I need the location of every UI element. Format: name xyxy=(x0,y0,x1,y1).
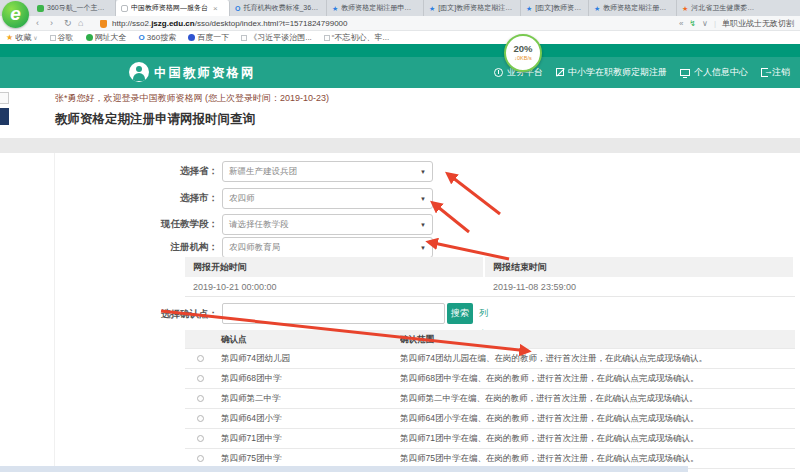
url-suffix: /sso/desktop/index.html?t=1571824799000 xyxy=(195,19,348,28)
bookmark-book2[interactable]: “不忘初心、牢... xyxy=(324,32,389,43)
chevron-down-icon[interactable]: ∨ xyxy=(702,19,708,28)
confirm-point-radio[interactable] xyxy=(197,355,204,362)
clock-icon xyxy=(494,68,503,77)
search-button[interactable]: 搜索 xyxy=(447,303,473,324)
end-time-value: 2019-11-08 23:59:00 xyxy=(485,277,795,297)
bookmark-book1[interactable]: 《习近平谈治国... xyxy=(241,32,312,43)
confirm-point-input[interactable] xyxy=(222,303,445,324)
extension-text[interactable]: 单职业战士无敌切割 xyxy=(722,18,794,29)
back-icon[interactable]: ‹ xyxy=(36,17,39,30)
bookmark-label: 收藏 xyxy=(15,32,31,43)
agency-value: 农四师教育局 xyxy=(229,242,280,254)
nav-label: 注销 xyxy=(772,66,790,79)
city-label: 选择市： xyxy=(0,192,218,205)
agency-select[interactable]: 农四师教育局 ▼ xyxy=(222,237,433,258)
bookmark-favorites[interactable]: ★ 收藏 ∨ xyxy=(6,32,38,43)
flame-icon: ★ xyxy=(682,5,688,12)
bookmark-label: “不忘初心、牢... xyxy=(332,32,389,43)
logout-icon xyxy=(761,68,768,77)
nav-teacher-register[interactable]: 中小学在职教师定期注册 xyxy=(556,66,667,79)
page-icon xyxy=(241,35,247,41)
tab-label: 教师资格定期注册申请缴... xyxy=(341,3,418,13)
point-cell: 第四师64团小学 xyxy=(215,409,400,428)
tab-register-steps[interactable]: ★ [图文]教师资格定期注册步... xyxy=(424,0,521,16)
edit-icon xyxy=(556,68,564,76)
confirm-point-radio[interactable] xyxy=(197,435,204,442)
nav-label: 中小学在职教师定期注册 xyxy=(568,66,667,79)
province-select[interactable]: 新疆生产建设兵团 ▼ xyxy=(222,161,433,182)
city-value: 农四师 xyxy=(229,193,255,205)
table-row[interactable]: 第四师第二中学 第四师第二中学在编、在岗的教师，进行首次注册，在此确认点完成现场… xyxy=(185,389,795,409)
bookmark-google[interactable]: 谷歌 xyxy=(50,32,74,43)
globe-icon xyxy=(86,34,93,41)
browser-tab-bar: 360导航_一个主页，整个世... 中国教师资格网—服务台 × O 托育机构收费… xyxy=(0,0,800,16)
side-panel-icon[interactable] xyxy=(0,108,9,125)
search-icon: O xyxy=(235,5,240,12)
bookmark-label: 百度一下 xyxy=(197,32,229,43)
tab-register-detail[interactable]: ★ [图文]教师资格定期注册具... xyxy=(521,0,589,16)
refresh-icon[interactable]: ↻ xyxy=(64,17,72,30)
tab-hebei-health[interactable]: ★ 河北省卫生健康委员会 xyxy=(677,0,761,16)
side-panel-icon[interactable] xyxy=(0,92,9,104)
confirm-point-radio[interactable] xyxy=(197,415,204,422)
confirm-point-label: 选择确认点： xyxy=(0,303,218,324)
bookmark-label: 《习近平谈治国... xyxy=(249,32,312,43)
report-time-table: 网报开始时间 网报结束时间 2019-10-21 00:00:00 2019-1… xyxy=(185,257,795,297)
bookmark-360-search[interactable]: O 360搜索 xyxy=(139,32,177,43)
address-bar-right: « ↯ ∨ | 单职业战士无敌切割 xyxy=(679,17,794,30)
table-row[interactable]: 第四师71团中学 第四师71团中学在编、在岗的教师，进行首次注册，在此确认点完成… xyxy=(185,429,795,449)
close-tab-icon[interactable]: × xyxy=(213,4,218,13)
annotation-arrow-province xyxy=(448,174,500,214)
page-title: 教师资格定期注册申请网报时间查询 xyxy=(55,111,255,128)
header-top-strip xyxy=(0,44,800,57)
chevron-down-icon: ▼ xyxy=(420,222,426,228)
nav-personal-info[interactable]: 个人信息中心 xyxy=(680,66,748,79)
range-cell: 第四师68团中学在编、在岗的教师，进行首次注册，在此确认点完成现场确认。 xyxy=(400,369,795,388)
range-cell: 第四师64团小学在编、在岗的教师，进行首次注册，在此确认点完成现场确认。 xyxy=(400,409,795,428)
city-select[interactable]: 农四师 ▼ xyxy=(222,188,433,209)
tab-360-nav[interactable]: 360导航_一个主页，整个世... xyxy=(32,0,116,16)
point-cell: 第四师71团中学 xyxy=(215,429,400,448)
confirm-point-radio[interactable] xyxy=(197,395,204,402)
confirm-point-radio[interactable] xyxy=(197,455,204,462)
lightning-icon[interactable]: ↯ xyxy=(689,19,696,28)
radio-column-header xyxy=(185,330,215,348)
stage-select[interactable]: 请选择任教学段 ▼ xyxy=(222,214,433,235)
point-cell: 第四师68团中学 xyxy=(215,369,400,388)
tab-label: 360导航_一个主页，整个世... xyxy=(47,3,110,13)
agency-label: 注册机构： xyxy=(0,241,218,254)
point-cell: 第四师第二中学 xyxy=(215,389,400,408)
bookmark-baidu[interactable]: 百度一下 xyxy=(188,32,229,43)
chevron-down-icon: ∨ xyxy=(33,34,37,41)
tab-label: 教师资格定期注册申请人员... xyxy=(603,3,671,13)
table-row[interactable]: 第四师74团幼儿园 第四师74团幼儿园在编、在岗的教师，进行首次注册，在此确认点… xyxy=(185,349,795,369)
url-text[interactable]: http://sso2.jszg.edu.cn/sso/desktop/inde… xyxy=(112,18,347,30)
tab-label: 托育机构收费标准_360搜索 xyxy=(243,3,321,13)
share-icon[interactable]: « xyxy=(679,19,683,28)
tab-360-search[interactable]: O 托育机构收费标准_360搜索 xyxy=(230,0,327,16)
bookmark-label: 网址大全 xyxy=(95,32,127,43)
table-row[interactable]: 第四师68团中学 第四师68团中学在编、在岗的教师，进行首次注册，在此确认点完成… xyxy=(185,369,795,389)
360-browser-logo-icon[interactable]: e xyxy=(2,1,29,28)
table-row[interactable]: 第四师64团小学 第四师64团小学在编、在岗的教师，进行首次注册，在此确认点完成… xyxy=(185,409,795,429)
security-shield-icon[interactable] xyxy=(100,20,107,28)
forward-icon[interactable]: › xyxy=(50,17,53,30)
search-icon: O xyxy=(139,33,145,42)
tab-register-fee[interactable]: ★ 教师资格定期注册申请缴... xyxy=(327,0,424,16)
load-speed: ↓0KB/s xyxy=(506,55,540,61)
tab-label: [图文]教师资格定期注册具... xyxy=(535,3,583,13)
chevron-down-icon: ▼ xyxy=(420,245,426,251)
province-label: 选择省： xyxy=(0,165,218,178)
page-load-badge[interactable]: 20% ↓0KB/s xyxy=(504,34,542,72)
baidu-icon xyxy=(188,34,195,41)
confirm-point-radio[interactable] xyxy=(197,375,204,382)
tab-register-people[interactable]: ★ 教师资格定期注册申请人员... xyxy=(589,0,677,16)
nav-label: 个人信息中心 xyxy=(694,66,748,79)
annotation-arrow-city xyxy=(433,203,469,232)
tab-jszg-active[interactable]: 中国教师资格网—服务台 × xyxy=(116,0,230,16)
taskbar-hint xyxy=(0,466,688,472)
nav-logout[interactable]: 注销 xyxy=(761,66,790,79)
start-time-header: 网报开始时间 xyxy=(185,257,485,277)
home-icon[interactable]: ⌂ xyxy=(78,17,83,30)
bookmark-sites[interactable]: 网址大全 xyxy=(86,32,127,43)
